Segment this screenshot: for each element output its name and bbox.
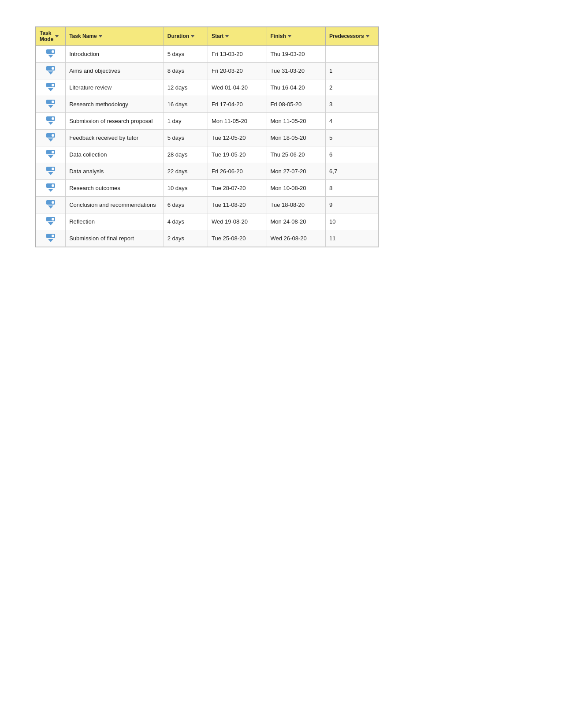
col-header-task-name-dropdown-icon[interactable] <box>99 35 102 37</box>
task-mode-icon <box>46 49 56 58</box>
svg-marker-35 <box>48 239 53 242</box>
col-header-predecessors[interactable]: Predecessors <box>326 27 379 46</box>
duration-cell: 12 days <box>164 79 208 96</box>
table-row: Conclusion and recommendations6 daysTue … <box>36 196 379 213</box>
predecessors-cell: 8 <box>326 179 379 196</box>
table-row: Reflection4 daysWed 19-08-20Mon 24-08-20… <box>36 213 379 230</box>
col-header-start-dropdown-icon[interactable] <box>225 35 229 37</box>
start-cell: Tue 19-05-20 <box>208 146 267 163</box>
col-header-predecessors-dropdown-icon[interactable] <box>366 35 369 37</box>
task-mode-icon <box>46 99 56 108</box>
col-header-finish[interactable]: Finish <box>267 27 326 46</box>
finish-cell: Thu 25-06-20 <box>267 146 326 163</box>
col-header-task-name-label: Task Name <box>69 33 97 39</box>
col-header-task-mode-dropdown-icon[interactable] <box>55 35 59 37</box>
task-mode-cell <box>36 112 66 129</box>
col-header-task-mode[interactable]: Task Mode <box>36 27 66 46</box>
start-cell: Wed 19-08-20 <box>208 213 267 230</box>
table-body: Introduction5 daysFri 13-03-20Thu 19-03-… <box>36 45 379 246</box>
task-name-cell: Reflection <box>66 213 164 230</box>
svg-marker-2 <box>48 55 53 58</box>
table-row: Aims and objectives8 daysFri 20-03-20Tue… <box>36 62 379 79</box>
task-mode-cell <box>36 196 66 213</box>
duration-cell: 4 days <box>164 213 208 230</box>
duration-cell: 2 days <box>164 230 208 246</box>
duration-cell: 16 days <box>164 96 208 112</box>
svg-point-34 <box>52 235 54 237</box>
start-cell: Tue 11-08-20 <box>208 196 267 213</box>
svg-point-19 <box>52 151 54 153</box>
task-name-cell: Research methodology <box>66 96 164 112</box>
task-mode-cell <box>36 213 66 230</box>
svg-marker-26 <box>48 189 53 192</box>
table-row: Research methodology16 daysFri 17-04-20F… <box>36 96 379 112</box>
task-mode-icon <box>46 183 56 192</box>
start-cell: Tue 25-08-20 <box>208 230 267 246</box>
predecessors-cell: 3 <box>326 96 379 112</box>
task-mode-cell <box>36 62 66 79</box>
table-row: Data analysis22 daysFri 26-06-20Mon 27-0… <box>36 163 379 179</box>
col-header-start[interactable]: Start <box>208 27 267 46</box>
start-cell: Fri 20-03-20 <box>208 62 267 79</box>
table-row: Submission of final report2 daysTue 25-0… <box>36 230 379 246</box>
duration-cell: 28 days <box>164 146 208 163</box>
task-mode-cell <box>36 129 66 146</box>
svg-marker-32 <box>48 222 53 225</box>
table-row: Introduction5 daysFri 13-03-20Thu 19-03-… <box>36 45 379 62</box>
finish-cell: Thu 19-03-20 <box>267 45 326 62</box>
predecessors-cell: 9 <box>326 196 379 213</box>
svg-point-7 <box>52 84 54 86</box>
task-name-cell: Introduction <box>66 45 164 62</box>
duration-cell: 5 days <box>164 45 208 62</box>
svg-marker-17 <box>48 138 53 142</box>
task-mode-cell <box>36 163 66 179</box>
col-header-task-mode-label: Task Mode <box>40 30 53 43</box>
svg-marker-14 <box>48 122 53 125</box>
task-mode-icon <box>46 233 56 242</box>
duration-cell: 6 days <box>164 196 208 213</box>
finish-cell: Tue 18-08-20 <box>267 196 326 213</box>
predecessors-cell: 11 <box>326 230 379 246</box>
table-row: Submission of research proposal1 dayMon … <box>36 112 379 129</box>
start-cell: Mon 11-05-20 <box>208 112 267 129</box>
task-mode-icon <box>46 200 56 209</box>
col-header-duration[interactable]: Duration <box>164 27 208 46</box>
start-cell: Fri 17-04-20 <box>208 96 267 112</box>
gantt-table: Task Mode Task Name Duration <box>35 26 379 247</box>
task-mode-cell <box>36 230 66 246</box>
table-header-row: Task Mode Task Name Duration <box>36 27 379 46</box>
task-mode-cell <box>36 45 66 62</box>
svg-point-4 <box>52 67 54 70</box>
svg-marker-29 <box>48 205 53 209</box>
task-mode-icon <box>46 66 56 75</box>
task-table: Task Mode Task Name Duration <box>36 27 379 247</box>
task-mode-icon <box>46 166 56 175</box>
start-cell: Tue 12-05-20 <box>208 129 267 146</box>
task-mode-cell <box>36 146 66 163</box>
duration-cell: 5 days <box>164 129 208 146</box>
svg-point-25 <box>52 184 54 187</box>
col-header-duration-dropdown-icon[interactable] <box>191 35 194 37</box>
finish-cell: Mon 24-08-20 <box>267 213 326 230</box>
col-header-task-name[interactable]: Task Name <box>66 27 164 46</box>
task-name-cell: Conclusion and recommendations <box>66 196 164 213</box>
col-header-finish-label: Finish <box>271 33 286 39</box>
start-cell: Fri 13-03-20 <box>208 45 267 62</box>
predecessors-cell <box>326 45 379 62</box>
finish-cell: Mon 10-08-20 <box>267 179 326 196</box>
svg-marker-20 <box>48 155 53 158</box>
svg-point-1 <box>52 50 54 53</box>
svg-point-10 <box>52 101 54 103</box>
finish-cell: Mon 18-05-20 <box>267 129 326 146</box>
task-mode-icon <box>46 116 56 125</box>
col-header-finish-dropdown-icon[interactable] <box>288 35 291 37</box>
task-mode-cell <box>36 79 66 96</box>
finish-cell: Mon 11-05-20 <box>267 112 326 129</box>
col-header-predecessors-label: Predecessors <box>329 33 364 39</box>
duration-cell: 8 days <box>164 62 208 79</box>
predecessors-cell: 5 <box>326 129 379 146</box>
finish-cell: Thu 16-04-20 <box>267 79 326 96</box>
duration-cell: 22 days <box>164 163 208 179</box>
task-name-cell: Research outcomes <box>66 179 164 196</box>
task-name-cell: Feedback received by tutor <box>66 129 164 146</box>
